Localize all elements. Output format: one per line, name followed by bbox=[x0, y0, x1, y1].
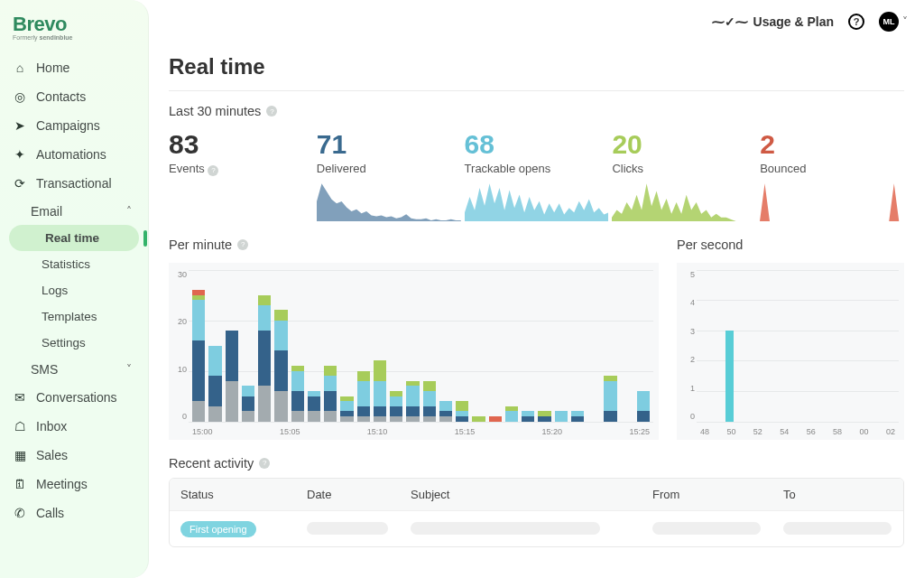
automations-icon: ✦ bbox=[13, 147, 27, 162]
sidebar-item-contacts[interactable]: ◎Contacts bbox=[5, 82, 143, 111]
sidebar-item-conversations[interactable]: ✉Conversations bbox=[5, 383, 143, 412]
sidebar: Brevo Formerly sendinblue ⌂Home ◎Contact… bbox=[0, 0, 149, 578]
activity-table: Status Date Subject From To First openin… bbox=[169, 478, 904, 547]
topbar: ⁓✓⁓Usage & Plan ? ML ˅ bbox=[149, 0, 924, 43]
sidebar-item-sales[interactable]: ▦Sales bbox=[5, 441, 143, 470]
sidebar-sub-realtime[interactable]: Real time bbox=[9, 225, 139, 251]
chart-per-second: Per second 543210 4850525456580002 bbox=[677, 238, 904, 440]
sidebar-item-transactional[interactable]: ⟳Transactional bbox=[5, 169, 143, 198]
calls-icon: ✆ bbox=[13, 506, 27, 520]
sidebar-item-campaigns[interactable]: ➤Campaigns bbox=[5, 111, 143, 140]
stat-events: 83 Events ? bbox=[169, 129, 313, 176]
chart-per-minute: Per minute ? 3020100 15:0015:0515:1015:1… bbox=[169, 238, 659, 440]
help-icon[interactable]: ? bbox=[259, 458, 270, 469]
chevron-down-icon: ˅ bbox=[126, 363, 132, 376]
sidebar-item-calls[interactable]: ✆Calls bbox=[5, 499, 143, 527]
brand-name: Brevo bbox=[13, 13, 135, 36]
status-badge: First opening bbox=[180, 521, 256, 537]
spark-bounced bbox=[760, 182, 904, 221]
nav: ⌂Home ◎Contacts ➤Campaigns ✦Automations … bbox=[0, 48, 148, 527]
sidebar-sub-sms[interactable]: SMS˅ bbox=[5, 356, 143, 383]
stat-bounced: 2 Bounced bbox=[760, 129, 904, 176]
help-icon[interactable]: ? bbox=[208, 165, 218, 176]
content: Real time Last 30 minutes? 83 Events ? 7… bbox=[149, 43, 924, 547]
page-title: Real time bbox=[169, 54, 904, 79]
sidebar-sub-email[interactable]: Email˄ bbox=[5, 198, 143, 225]
chevron-up-icon: ˄ bbox=[126, 205, 132, 218]
conversations-icon: ✉ bbox=[13, 390, 27, 405]
chevron-down-icon: ˅ bbox=[902, 15, 908, 28]
brand-subtitle: Formerly sendinblue bbox=[13, 34, 135, 41]
sparkline-row bbox=[169, 182, 904, 221]
table-row[interactable]: First opening bbox=[170, 510, 903, 546]
brand: Brevo Formerly sendinblue bbox=[0, 9, 148, 48]
inbox-icon: ☖ bbox=[13, 419, 27, 434]
main: ⁓✓⁓Usage & Plan ? ML ˅ Real time Last 30… bbox=[149, 0, 924, 578]
divider bbox=[169, 90, 904, 91]
sidebar-sub-statistics[interactable]: Statistics bbox=[5, 251, 143, 277]
contacts-icon: ◎ bbox=[13, 89, 27, 104]
recent-activity: Recent activity ? Status Date Subject Fr… bbox=[169, 456, 904, 547]
stats-row: 83 Events ? 71 Delivered 68 Trackable op… bbox=[169, 124, 904, 176]
sidebar-item-home[interactable]: ⌂Home bbox=[5, 53, 143, 82]
avatar: ML bbox=[879, 12, 899, 32]
charts-row: Per minute ? 3020100 15:0015:0515:1015:1… bbox=[169, 238, 904, 440]
spark-clicks bbox=[612, 182, 756, 221]
sidebar-item-meetings[interactable]: 🗓︎Meetings bbox=[5, 470, 143, 499]
sidebar-sub-settings[interactable]: Settings bbox=[5, 330, 143, 356]
home-icon: ⌂ bbox=[13, 61, 27, 75]
sidebar-item-automations[interactable]: ✦Automations bbox=[5, 140, 143, 169]
chart-area-minute: 3020100 15:0015:0515:1015:1515:2015:25 bbox=[169, 263, 659, 440]
spark-delivered bbox=[317, 182, 461, 221]
sidebar-item-inbox[interactable]: ☖Inbox bbox=[5, 412, 143, 441]
sales-icon: ▦ bbox=[13, 448, 27, 462]
usage-plan-button[interactable]: ⁓✓⁓Usage & Plan bbox=[712, 14, 834, 29]
chart-area-second: 543210 4850525456580002 bbox=[677, 263, 904, 440]
table-header: Status Date Subject From To bbox=[170, 479, 903, 510]
stat-clicks: 20 Clicks bbox=[612, 129, 756, 176]
help-icon[interactable]: ? bbox=[237, 239, 248, 250]
help-icon[interactable]: ? bbox=[266, 106, 277, 117]
pulse-icon: ⁓✓⁓ bbox=[712, 14, 748, 29]
account-menu[interactable]: ML ˅ bbox=[879, 12, 908, 32]
transactional-icon: ⟳ bbox=[13, 176, 27, 191]
sidebar-sub-templates[interactable]: Templates bbox=[5, 303, 143, 330]
stat-delivered: 71 Delivered bbox=[317, 129, 461, 176]
campaigns-icon: ➤ bbox=[13, 118, 27, 133]
meetings-icon: 🗓︎ bbox=[13, 477, 27, 491]
stat-opens: 68 Trackable opens bbox=[465, 129, 609, 176]
help-button[interactable]: ? bbox=[848, 14, 864, 30]
spark-opens bbox=[465, 182, 609, 221]
sidebar-sub-logs[interactable]: Logs bbox=[5, 277, 143, 303]
section-last30: Last 30 minutes? bbox=[169, 104, 904, 118]
